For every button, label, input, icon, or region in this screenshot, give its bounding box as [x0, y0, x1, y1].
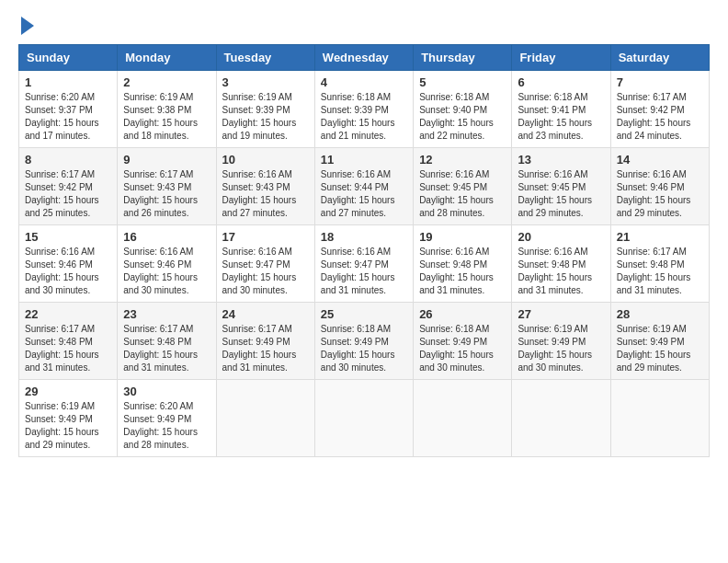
- day-number: 6: [518, 75, 604, 89]
- calendar-cell: 19 Sunrise: 6:16 AM Sunset: 9:48 PM Dayl…: [414, 225, 512, 303]
- sunrise-text: Sunrise: 6:17 AM: [222, 324, 292, 334]
- day-detail: Sunrise: 6:19 AM Sunset: 9:39 PM Dayligh…: [222, 91, 309, 143]
- sunrise-text: Sunrise: 6:17 AM: [617, 247, 687, 257]
- day-detail: Sunrise: 6:17 AM Sunset: 9:49 PM Dayligh…: [222, 323, 309, 374]
- daylight-text: Daylight: 15 hours and 31 minutes.: [25, 350, 99, 373]
- daylight-text: Daylight: 15 hours and 30 minutes.: [222, 272, 297, 295]
- sunset-text: Sunset: 9:37 PM: [25, 105, 93, 115]
- sunset-text: Sunset: 9:41 PM: [518, 105, 586, 115]
- calendar-cell: 3 Sunrise: 6:19 AM Sunset: 9:39 PM Dayli…: [216, 71, 314, 148]
- sunset-text: Sunset: 9:48 PM: [419, 259, 487, 270]
- sunset-text: Sunset: 9:44 PM: [321, 182, 389, 192]
- calendar-cell: 20 Sunrise: 6:16 AM Sunset: 9:48 PM Dayl…: [512, 225, 610, 303]
- daylight-text: Daylight: 15 hours and 29 minutes.: [617, 350, 691, 373]
- sunrise-text: Sunrise: 6:16 AM: [222, 247, 292, 257]
- calendar-cell: 1 Sunrise: 6:20 AM Sunset: 9:37 PM Dayli…: [19, 71, 118, 148]
- column-header-friday: Friday: [512, 45, 610, 71]
- calendar-cell: 30 Sunrise: 6:20 AM Sunset: 9:49 PM Dayl…: [118, 380, 216, 457]
- daylight-text: Daylight: 15 hours and 27 minutes.: [222, 195, 297, 218]
- day-number: 11: [321, 153, 407, 167]
- sunset-text: Sunset: 9:48 PM: [25, 337, 93, 347]
- day-detail: Sunrise: 6:16 AM Sunset: 9:48 PM Dayligh…: [419, 246, 506, 297]
- daylight-text: Daylight: 15 hours and 31 minutes.: [518, 272, 592, 295]
- day-number: 29: [25, 385, 111, 398]
- daylight-text: Daylight: 15 hours and 31 minutes.: [123, 350, 198, 373]
- sunrise-text: Sunrise: 6:17 AM: [123, 169, 193, 179]
- sunrise-text: Sunrise: 6:18 AM: [321, 92, 391, 102]
- day-detail: Sunrise: 6:18 AM Sunset: 9:49 PM Dayligh…: [419, 323, 506, 374]
- logo: [18, 18, 34, 35]
- day-detail: Sunrise: 6:16 AM Sunset: 9:43 PM Dayligh…: [222, 168, 309, 220]
- day-number: 17: [222, 230, 309, 244]
- day-number: 26: [419, 307, 506, 321]
- day-number: 30: [123, 385, 210, 398]
- daylight-text: Daylight: 15 hours and 29 minutes.: [518, 195, 592, 218]
- daylight-text: Daylight: 15 hours and 31 minutes.: [321, 272, 395, 295]
- column-header-saturday: Saturday: [610, 45, 709, 71]
- sunset-text: Sunset: 9:49 PM: [419, 337, 487, 347]
- daylight-text: Daylight: 15 hours and 27 minutes.: [321, 195, 395, 218]
- calendar-week-row: 1 Sunrise: 6:20 AM Sunset: 9:37 PM Dayli…: [19, 71, 710, 148]
- sunset-text: Sunset: 9:49 PM: [25, 414, 93, 424]
- calendar-cell: 12 Sunrise: 6:16 AM Sunset: 9:45 PM Dayl…: [414, 148, 512, 225]
- day-number: 24: [222, 307, 309, 321]
- day-number: 18: [321, 230, 407, 244]
- sunrise-text: Sunrise: 6:16 AM: [518, 247, 587, 257]
- sunset-text: Sunset: 9:49 PM: [321, 337, 389, 347]
- day-detail: Sunrise: 6:17 AM Sunset: 9:42 PM Dayligh…: [25, 168, 111, 220]
- daylight-text: Daylight: 15 hours and 23 minutes.: [518, 118, 592, 141]
- sunset-text: Sunset: 9:49 PM: [518, 337, 586, 347]
- calendar-cell: 28 Sunrise: 6:19 AM Sunset: 9:49 PM Dayl…: [610, 303, 709, 380]
- sunrise-text: Sunrise: 6:19 AM: [617, 324, 687, 334]
- day-number: 28: [617, 307, 703, 321]
- day-detail: Sunrise: 6:17 AM Sunset: 9:48 PM Dayligh…: [617, 246, 703, 297]
- sunrise-text: Sunrise: 6:19 AM: [222, 92, 292, 102]
- sunset-text: Sunset: 9:43 PM: [222, 182, 290, 192]
- sunset-text: Sunset: 9:42 PM: [617, 105, 685, 115]
- sunrise-text: Sunrise: 6:19 AM: [123, 92, 193, 102]
- sunset-text: Sunset: 9:42 PM: [25, 182, 93, 192]
- sunrise-text: Sunrise: 6:16 AM: [123, 247, 193, 257]
- day-number: 22: [25, 307, 111, 321]
- daylight-text: Daylight: 15 hours and 31 minutes.: [222, 350, 297, 373]
- day-detail: Sunrise: 6:16 AM Sunset: 9:46 PM Dayligh…: [123, 246, 210, 297]
- calendar-week-row: 15 Sunrise: 6:16 AM Sunset: 9:46 PM Dayl…: [19, 225, 710, 303]
- day-number: 27: [518, 307, 604, 321]
- sunrise-text: Sunrise: 6:18 AM: [518, 92, 587, 102]
- calendar-cell: 14 Sunrise: 6:16 AM Sunset: 9:46 PM Dayl…: [610, 148, 709, 225]
- day-detail: Sunrise: 6:19 AM Sunset: 9:49 PM Dayligh…: [25, 400, 111, 452]
- day-number: 4: [321, 75, 407, 89]
- daylight-text: Daylight: 15 hours and 30 minutes.: [25, 272, 99, 295]
- calendar-cell: 24 Sunrise: 6:17 AM Sunset: 9:49 PM Dayl…: [216, 303, 314, 380]
- day-detail: Sunrise: 6:17 AM Sunset: 9:48 PM Dayligh…: [123, 323, 210, 374]
- day-detail: Sunrise: 6:16 AM Sunset: 9:45 PM Dayligh…: [419, 168, 506, 220]
- day-detail: Sunrise: 6:19 AM Sunset: 9:49 PM Dayligh…: [617, 323, 703, 374]
- day-detail: Sunrise: 6:17 AM Sunset: 9:42 PM Dayligh…: [617, 91, 703, 143]
- day-detail: Sunrise: 6:16 AM Sunset: 9:46 PM Dayligh…: [617, 168, 703, 220]
- calendar-cell: 17 Sunrise: 6:16 AM Sunset: 9:47 PM Dayl…: [216, 225, 314, 303]
- calendar-cell: 18 Sunrise: 6:16 AM Sunset: 9:47 PM Dayl…: [314, 225, 413, 303]
- sunset-text: Sunset: 9:49 PM: [617, 337, 685, 347]
- daylight-text: Daylight: 15 hours and 22 minutes.: [419, 118, 494, 141]
- day-detail: Sunrise: 6:16 AM Sunset: 9:44 PM Dayligh…: [321, 168, 407, 220]
- column-header-monday: Monday: [118, 45, 216, 71]
- sunrise-text: Sunrise: 6:18 AM: [419, 92, 489, 102]
- daylight-text: Daylight: 15 hours and 30 minutes.: [321, 350, 395, 373]
- calendar-cell: 4 Sunrise: 6:18 AM Sunset: 9:39 PM Dayli…: [314, 71, 413, 148]
- day-number: 23: [123, 307, 210, 321]
- day-number: 3: [222, 75, 309, 89]
- sunrise-text: Sunrise: 6:18 AM: [419, 324, 489, 334]
- day-detail: Sunrise: 6:18 AM Sunset: 9:41 PM Dayligh…: [518, 91, 604, 143]
- sunrise-text: Sunrise: 6:19 AM: [518, 324, 587, 334]
- calendar-week-row: 8 Sunrise: 6:17 AM Sunset: 9:42 PM Dayli…: [19, 148, 710, 225]
- day-detail: Sunrise: 6:16 AM Sunset: 9:46 PM Dayligh…: [25, 246, 111, 297]
- calendar-cell: 22 Sunrise: 6:17 AM Sunset: 9:48 PM Dayl…: [19, 303, 118, 380]
- column-header-thursday: Thursday: [414, 45, 512, 71]
- column-header-sunday: Sunday: [19, 45, 118, 71]
- sunrise-text: Sunrise: 6:19 AM: [25, 401, 95, 411]
- sunset-text: Sunset: 9:49 PM: [123, 414, 191, 424]
- day-detail: Sunrise: 6:17 AM Sunset: 9:43 PM Dayligh…: [123, 168, 210, 220]
- day-number: 25: [321, 307, 407, 321]
- day-number: 10: [222, 153, 309, 167]
- sunset-text: Sunset: 9:48 PM: [123, 337, 191, 347]
